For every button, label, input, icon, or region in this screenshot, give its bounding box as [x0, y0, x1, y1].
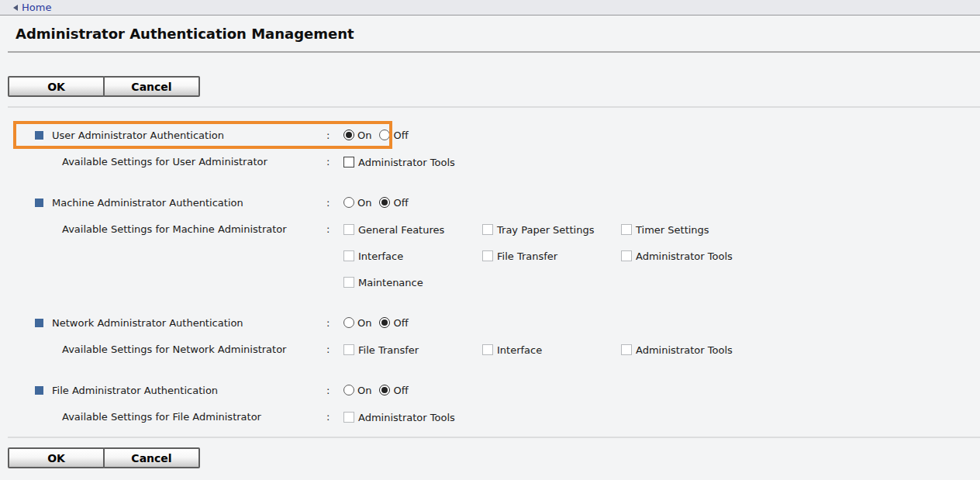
sections: User Administrator Authentication : On O…	[0, 108, 980, 437]
admin-section-2: Network Administrator Authentication : O…	[0, 312, 980, 357]
checkbox	[343, 224, 354, 235]
setting-item: Interface	[482, 342, 621, 357]
checkbox-label: Interface	[497, 344, 542, 356]
auth-radio-group: On Off	[343, 197, 416, 209]
checkbox-label: Administrator Tools	[358, 157, 455, 168]
admin-section-0: User Administrator Authentication : On O…	[0, 124, 980, 170]
top-navigation-bar: Home	[0, 0, 980, 16]
auth-radio-group: On Off	[343, 385, 416, 396]
checkbox	[482, 344, 493, 355]
setting-item: Administrator Tools	[343, 409, 482, 425]
radio-on-label: On	[357, 129, 371, 141]
auth-row: Network Administrator Authentication : O…	[0, 312, 980, 333]
colon: :	[326, 222, 343, 237]
checkbox	[621, 224, 632, 235]
auth-row: Machine Administrator Authentication : O…	[0, 192, 980, 213]
available-settings-row: Available Settings for User Administrato…	[0, 154, 980, 170]
radio-on[interactable]	[343, 385, 354, 395]
settings-grid: Administrator Tools	[343, 409, 762, 425]
auth-radio-group: On Off	[343, 129, 416, 141]
radio-off[interactable]	[379, 197, 390, 208]
available-settings-label: Available Settings for User Administrato…	[62, 154, 326, 170]
available-settings-label: Available Settings for Machine Administr…	[62, 222, 326, 237]
section-bullet-icon	[35, 319, 43, 327]
auth-radio-group: On Off	[343, 317, 416, 329]
home-link-label: Home	[22, 2, 51, 13]
checkbox	[343, 344, 354, 355]
checkbox-label: Timer Settings	[636, 224, 709, 236]
ok-button[interactable]: OK	[8, 447, 105, 468]
checkbox	[621, 250, 632, 261]
admin-section-1: Machine Administrator Authentication : O…	[0, 192, 980, 290]
colon: :	[326, 385, 343, 396]
checkbox[interactable]	[343, 157, 354, 167]
checkbox	[343, 250, 354, 261]
settings-grid: General FeaturesTray Paper SettingsTimer…	[343, 222, 762, 290]
settings-grid: Administrator Tools	[343, 154, 762, 170]
radio-off-label: Off	[393, 385, 408, 396]
setting-item: File Transfer	[343, 342, 482, 357]
back-arrow-icon	[13, 5, 18, 11]
top-button-row: OK Cancel	[8, 76, 980, 97]
admin-section-3: File Administrator Authentication : On O…	[0, 379, 980, 425]
section-label: User Administrator Authentication	[52, 129, 326, 141]
cancel-button[interactable]: Cancel	[103, 76, 200, 97]
setting-item: File Transfer	[482, 248, 621, 264]
cancel-button[interactable]: Cancel	[103, 447, 200, 468]
radio-on[interactable]	[343, 197, 354, 208]
setting-item: Administrator Tools	[621, 248, 760, 264]
setting-item: General Features	[343, 222, 482, 237]
section-label: Network Administrator Authentication	[52, 317, 326, 329]
available-settings-row: Available Settings for Network Administr…	[0, 342, 980, 357]
section-label: Machine Administrator Authentication	[52, 197, 326, 209]
available-settings-row: Available Settings for Machine Administr…	[0, 222, 980, 290]
setting-item: Administrator Tools	[621, 342, 760, 357]
available-settings-label: Available Settings for File Administrato…	[62, 409, 326, 425]
radio-off-label: Off	[393, 197, 408, 209]
radio-on[interactable]	[343, 317, 354, 328]
checkbox	[343, 277, 354, 288]
setting-item: Tray Paper Settings	[482, 222, 621, 237]
radio-on[interactable]	[343, 129, 354, 140]
ok-button[interactable]: OK	[8, 76, 105, 97]
checkbox-label: Maintenance	[358, 277, 423, 288]
content-bottom-divider	[8, 437, 980, 438]
checkbox	[343, 412, 354, 423]
settings-grid: File TransferInterfaceAdministrator Tool…	[343, 342, 762, 357]
radio-on-label: On	[357, 317, 371, 329]
radio-off[interactable]	[379, 317, 390, 328]
bottom-button-row: OK Cancel	[8, 447, 980, 468]
radio-on-label: On	[357, 197, 371, 209]
setting-item: Timer Settings	[621, 222, 760, 237]
radio-off[interactable]	[379, 129, 390, 140]
colon: :	[326, 197, 343, 209]
colon: :	[326, 342, 343, 357]
auth-row: File Administrator Authentication : On O…	[0, 379, 980, 401]
checkbox	[621, 344, 632, 355]
checkbox	[482, 250, 493, 261]
available-settings-label: Available Settings for Network Administr…	[62, 342, 326, 357]
section-bullet-icon	[35, 199, 43, 207]
colon: :	[326, 317, 343, 329]
setting-item: Administrator Tools	[343, 154, 482, 170]
radio-off[interactable]	[379, 385, 390, 395]
page-title: Administrator Authentication Management	[0, 16, 980, 51]
radio-off-label: Off	[393, 317, 408, 329]
checkbox-label: Administrator Tools	[636, 250, 733, 262]
auth-row: User Administrator Authentication : On O…	[0, 124, 980, 146]
section-bullet-icon	[35, 386, 43, 395]
home-link[interactable]: Home	[13, 2, 51, 13]
section-bullet-icon	[35, 131, 43, 140]
checkbox-label: File Transfer	[358, 344, 419, 356]
available-settings-row: Available Settings for File Administrato…	[0, 409, 980, 425]
checkbox-label: Interface	[358, 250, 403, 262]
checkbox-label: Administrator Tools	[358, 412, 455, 423]
checkbox	[482, 224, 493, 235]
colon: :	[326, 129, 343, 141]
checkbox-label: Tray Paper Settings	[497, 224, 594, 236]
checkbox-label: Administrator Tools	[636, 344, 733, 356]
colon: :	[326, 409, 343, 425]
checkbox-label: File Transfer	[497, 250, 557, 262]
colon: :	[326, 154, 343, 170]
setting-item: Interface	[343, 248, 482, 264]
